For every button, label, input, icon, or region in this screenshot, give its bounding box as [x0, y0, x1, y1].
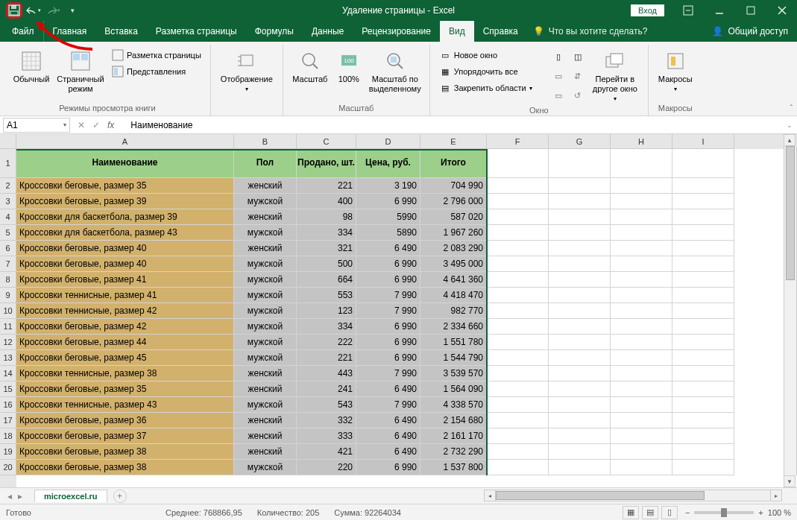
empty-cell[interactable] [611, 335, 672, 350]
col-header[interactable]: H [611, 134, 672, 149]
menu-tab-6[interactable]: Рецензирование [353, 21, 440, 42]
data-cell[interactable]: 334 [297, 225, 356, 241]
data-cell[interactable]: мужской [234, 225, 297, 241]
empty-cell[interactable] [487, 460, 549, 475]
data-cell[interactable]: Кроссовки беговые, размер 38 [16, 460, 234, 475]
empty-cell[interactable] [549, 350, 611, 366]
row-header[interactable]: 10 [0, 303, 16, 319]
empty-cell[interactable] [672, 149, 734, 178]
view-pagelayout-button[interactable]: Разметка страницы [109, 48, 204, 63]
data-cell[interactable]: женский [234, 241, 297, 256]
data-cell[interactable]: 3 539 570 [420, 366, 487, 381]
data-cell[interactable]: 704 990 [420, 178, 487, 194]
row-header[interactable]: 17 [0, 413, 16, 428]
tell-me-input[interactable]: 💡Что вы хотите сделать? [533, 26, 648, 37]
empty-cell[interactable] [549, 272, 611, 288]
data-cell[interactable]: Кроссовки беговые, размер 45 [16, 350, 234, 366]
data-cell[interactable]: мужской [234, 303, 297, 319]
row-header[interactable]: 13 [0, 350, 16, 366]
menu-tab-5[interactable]: Данные [303, 21, 353, 42]
row-header[interactable]: 18 [0, 428, 16, 444]
menu-tab-1[interactable]: Главная [44, 21, 96, 42]
col-header[interactable]: E [420, 134, 487, 149]
vertical-scrollbar[interactable]: ▲ ▼ [784, 134, 797, 487]
data-cell[interactable]: 3 495 000 [420, 256, 487, 272]
view-pagebreak-icon[interactable]: ▯ [661, 506, 678, 519]
horizontal-scrollbar[interactable]: ◂▸ [484, 490, 782, 501]
data-cell[interactable]: 1 544 790 [420, 350, 487, 366]
data-cell[interactable]: 1 967 260 [420, 225, 487, 241]
qat-customize-icon[interactable]: ▾ [64, 2, 81, 19]
data-cell[interactable]: 222 [297, 335, 356, 350]
data-cell[interactable]: Кроссовки беговые, размер 42 [16, 319, 234, 335]
view-pagebreak-button[interactable]: Страничный режим [54, 48, 107, 95]
empty-cell[interactable] [672, 397, 734, 413]
empty-cell[interactable] [487, 256, 549, 272]
data-cell[interactable]: 2 154 680 [420, 413, 487, 428]
data-cell[interactable]: Кроссовки беговые, размер 41 [16, 272, 234, 288]
empty-cell[interactable] [549, 335, 611, 350]
unhide-button[interactable]: ▭ [549, 88, 567, 103]
menu-tab-7[interactable]: Вид [440, 21, 474, 42]
login-button[interactable]: Вход [631, 4, 664, 16]
data-cell[interactable]: 982 770 [420, 303, 487, 319]
data-cell[interactable]: 4 641 360 [420, 272, 487, 288]
view-normal-button[interactable]: Обычный [10, 48, 52, 86]
data-cell[interactable]: 6 990 [356, 350, 420, 366]
view-normal-icon[interactable]: ▦ [623, 506, 639, 519]
data-cell[interactable]: Кроссовки беговые, размер 37 [16, 428, 234, 444]
data-cell[interactable]: 6 490 [356, 241, 420, 256]
display-button[interactable]: Отображение▾ [217, 48, 277, 95]
zoom-slider[interactable]: − + 100 % [685, 508, 791, 517]
add-sheet-button[interactable]: + [113, 490, 127, 503]
empty-cell[interactable] [549, 194, 611, 209]
expand-formula-icon[interactable]: ⌄ [782, 121, 797, 129]
data-cell[interactable]: 7 990 [356, 303, 420, 319]
sheet-tab[interactable]: microexcel.ru [34, 490, 107, 502]
zoom-out-icon[interactable]: − [685, 508, 690, 517]
data-cell[interactable]: 2 796 000 [420, 194, 487, 209]
sheet-next-icon[interactable]: ▸ [18, 491, 22, 501]
data-cell[interactable]: Кроссовки теннисные, размер 43 [16, 397, 234, 413]
empty-cell[interactable] [611, 272, 672, 288]
empty-cell[interactable] [611, 209, 672, 225]
row-header[interactable]: 7 [0, 256, 16, 272]
empty-cell[interactable] [487, 397, 549, 413]
empty-cell[interactable] [611, 178, 672, 194]
data-cell[interactable]: Кроссовки беговые, размер 38 [16, 444, 234, 460]
data-cell[interactable]: мужской [234, 397, 297, 413]
empty-cell[interactable] [611, 319, 672, 335]
empty-cell[interactable] [672, 366, 734, 381]
data-cell[interactable]: 1 537 800 [420, 460, 487, 475]
row-header[interactable]: 11 [0, 319, 16, 335]
data-cell[interactable]: 6 990 [356, 256, 420, 272]
data-cell[interactable]: 5990 [356, 209, 420, 225]
redo-icon[interactable]: ▾ [45, 2, 61, 19]
row-header[interactable]: 20 [0, 460, 16, 475]
empty-cell[interactable] [611, 256, 672, 272]
close-icon[interactable] [767, 0, 797, 21]
empty-cell[interactable] [487, 241, 549, 256]
enter-formula-icon[interactable]: ✓ [92, 120, 100, 130]
data-cell[interactable]: мужской [234, 194, 297, 209]
zoom-selection-button[interactable]: Масштаб по выделенному [367, 48, 423, 95]
data-cell[interactable]: 3 190 [356, 178, 420, 194]
empty-cell[interactable] [549, 178, 611, 194]
empty-cell[interactable] [611, 241, 672, 256]
empty-cell[interactable] [487, 149, 549, 178]
data-cell[interactable]: 1 564 090 [420, 381, 487, 397]
header-cell[interactable]: Наименование [16, 149, 234, 178]
empty-cell[interactable] [487, 428, 549, 444]
empty-cell[interactable] [487, 272, 549, 288]
menu-tab-8[interactable]: Справка [474, 21, 527, 42]
data-cell[interactable]: 6 990 [356, 319, 420, 335]
data-cell[interactable]: 221 [297, 350, 356, 366]
data-cell[interactable]: мужской [234, 460, 297, 475]
view-pagelayout-icon[interactable]: ▤ [642, 506, 658, 519]
data-cell[interactable]: 321 [297, 241, 356, 256]
undo-icon[interactable]: ▾ [25, 2, 42, 19]
empty-cell[interactable] [487, 225, 549, 241]
collapse-ribbon-icon[interactable]: ˆ [790, 104, 793, 113]
empty-cell[interactable] [611, 397, 672, 413]
empty-cell[interactable] [549, 444, 611, 460]
